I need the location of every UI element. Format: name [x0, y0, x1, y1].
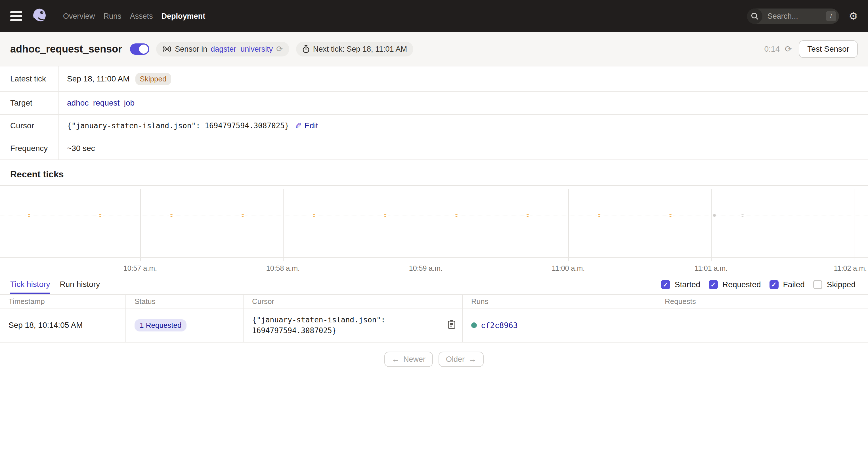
chart-gridline: [140, 189, 141, 261]
chart-axis-label: 10:58 a.m.: [266, 264, 300, 272]
tick-dot-skipped[interactable]: [28, 214, 30, 217]
column-header-cursor: Cursor: [244, 295, 463, 308]
chart-gridline: [283, 189, 284, 261]
search-box[interactable]: /: [747, 8, 839, 24]
recent-ticks-chart: 10:57 a.m.10:58 a.m.10:59 a.m.11:00 a.m.…: [0, 185, 868, 275]
newer-button[interactable]: ← Newer: [384, 351, 433, 367]
chart-axis-line: [0, 257, 868, 258]
sensor-details: Latest tick Sep 18, 11:00 AM Skipped Tar…: [0, 66, 868, 160]
page-header: adhoc_request_sensor Sensor in dagster_u…: [0, 32, 868, 66]
table-row: Sep 18, 10:14:05 AM 1 Requested {"januar…: [0, 308, 868, 342]
chart-axis-label: 10:59 a.m.: [409, 264, 442, 272]
checkbox-checked-icon[interactable]: ✓: [661, 280, 670, 289]
filter-label: Started: [675, 280, 700, 289]
test-sensor-button[interactable]: Test Sensor: [799, 40, 858, 58]
chart-gridline: [568, 189, 569, 261]
tick-dot-skipped[interactable]: [526, 214, 529, 217]
column-header-runs: Runs: [463, 295, 656, 308]
nav-link-runs[interactable]: Runs: [103, 12, 122, 21]
repo-link[interactable]: dagster_university: [211, 45, 273, 54]
cursor-label: Cursor: [0, 115, 59, 137]
tab-run-history[interactable]: Run history: [60, 275, 100, 294]
sensor-location-badge: Sensor in dagster_university ⟳: [156, 42, 289, 57]
tick-dot-skipped[interactable]: [384, 214, 386, 217]
filter-skipped[interactable]: Skipped: [813, 280, 856, 289]
filter-label: Skipped: [827, 280, 856, 289]
tick-dot-skipped[interactable]: [312, 214, 315, 217]
edit-cursor-button[interactable]: ✎ Edit: [295, 121, 318, 130]
search-shortcut-badge: /: [826, 11, 836, 21]
chart-gridline: [711, 189, 712, 261]
older-button[interactable]: Older →: [438, 351, 484, 367]
column-header-requests: Requests: [656, 295, 868, 308]
filter-requested[interactable]: ✓Requested: [709, 280, 761, 289]
column-header-status: Status: [126, 295, 244, 308]
history-tabs-row: Tick history Run history ✓Started✓Reques…: [0, 275, 868, 294]
pencil-icon: ✎: [295, 121, 302, 130]
run-id-link[interactable]: cf2c8963: [481, 321, 518, 330]
filter-started[interactable]: ✓Started: [661, 280, 700, 289]
gear-icon[interactable]: ⚙: [849, 11, 858, 21]
dagster-logo-icon[interactable]: [31, 7, 48, 25]
next-tick-badge: Next tick: Sep 18, 11:01 AM: [296, 42, 413, 57]
next-tick-label: Next tick: Sep 18, 11:01 AM: [313, 45, 407, 54]
menu-icon[interactable]: [10, 9, 22, 23]
stopwatch-icon: [302, 45, 310, 53]
chart-axis-label: 10:57 a.m.: [123, 264, 157, 272]
target-job-link[interactable]: adhoc_request_job: [67, 98, 134, 107]
skipped-status-badge: Skipped: [135, 73, 171, 85]
search-icon: [747, 8, 763, 24]
cursor-value: {"january-staten-island.json": 169479759…: [67, 121, 289, 130]
latest-tick-value: Sep 18, 11:00 AM: [67, 74, 130, 84]
chart-axis-label: 11:01 a.m.: [694, 264, 727, 272]
frequency-row: Frequency ~30 sec: [0, 137, 868, 160]
cursor-cell-line1: {"january-staten-island.json":: [252, 314, 385, 325]
sensor-in-label: Sensor in: [175, 45, 207, 54]
page-title: adhoc_request_sensor: [10, 43, 122, 55]
status-filters: ✓Started✓Requested✓FailedSkipped: [661, 275, 858, 294]
tick-history-table: TimestampStatusCursorRunsRequests Sep 18…: [0, 294, 868, 342]
refresh-icon[interactable]: ⟳: [785, 45, 792, 53]
latest-tick-label: Latest tick: [0, 66, 59, 91]
tick-dot-skipped[interactable]: [99, 214, 102, 217]
runs-cell: cf2c8963: [463, 308, 656, 342]
sensor-toggle[interactable]: [130, 43, 149, 55]
frequency-label: Frequency: [0, 137, 59, 159]
chart-axis-label: 11:00 a.m.: [552, 264, 585, 272]
frequency-value: ~30 sec: [67, 144, 95, 153]
tick-dot-skipped[interactable]: [170, 214, 173, 217]
tick-dot-skipped[interactable]: [455, 214, 458, 217]
target-label: Target: [0, 92, 59, 114]
left-arrow-icon: ←: [392, 355, 399, 364]
table-header-row: TimestampStatusCursorRunsRequests: [0, 295, 868, 308]
sensor-icon: [162, 46, 172, 53]
recent-ticks-title: Recent ticks: [0, 160, 868, 185]
checkbox-checked-icon[interactable]: ✓: [770, 280, 779, 289]
tab-tick-history[interactable]: Tick history: [10, 275, 50, 294]
nav-link-deployment[interactable]: Deployment: [161, 12, 206, 21]
pagination: ← Newer Older →: [0, 342, 868, 376]
nav-link-assets[interactable]: Assets: [130, 12, 153, 21]
checkbox-checked-icon[interactable]: ✓: [709, 280, 718, 289]
copy-cursor-icon[interactable]: [447, 319, 456, 331]
search-input[interactable]: [766, 11, 816, 21]
reload-repo-icon[interactable]: ⟳: [276, 45, 283, 53]
filter-label: Requested: [722, 280, 761, 289]
nav-link-overview[interactable]: Overview: [63, 12, 95, 21]
chart-axis-label: 11:02 a.m.: [834, 264, 867, 272]
tick-dot-skipped[interactable]: [669, 214, 672, 217]
latest-tick-row: Latest tick Sep 18, 11:00 AM Skipped: [0, 66, 868, 92]
timestamp-cell: Sep 18, 10:14:05 AM: [0, 308, 126, 342]
target-row: Target adhoc_request_job: [0, 92, 868, 115]
tick-dot-skipped[interactable]: [241, 214, 244, 217]
tick-dot-now[interactable]: [713, 214, 716, 217]
requests-cell: [656, 308, 868, 342]
top-nav: OverviewRunsAssetsDeployment / ⚙: [0, 0, 868, 32]
checkbox-unchecked-icon[interactable]: [813, 280, 822, 289]
requested-status-badge: 1 Requested: [134, 319, 186, 332]
tick-dot-skipped[interactable]: [598, 214, 600, 217]
filter-label: Failed: [783, 280, 805, 289]
tick-dot-pending[interactable]: [741, 214, 744, 217]
filter-failed[interactable]: ✓Failed: [770, 280, 805, 289]
cursor-cell-line2: 1694797594.3087025}: [252, 325, 385, 336]
